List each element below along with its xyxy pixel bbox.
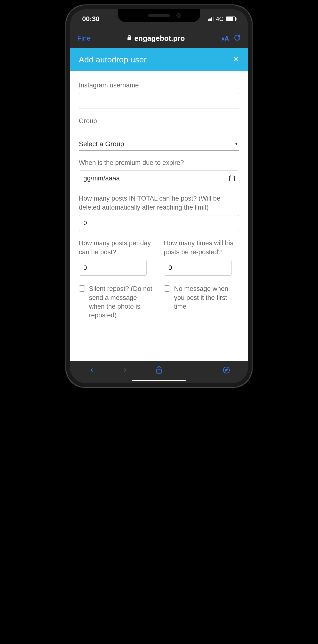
nav-forward-button[interactable] <box>121 366 130 376</box>
modal-header: Add autodrop user <box>70 48 248 71</box>
svg-marker-3 <box>225 369 228 371</box>
calendar-icon <box>229 176 235 181</box>
username-input[interactable] <box>79 93 239 109</box>
expire-label: When is the premium due to expire? <box>79 158 239 167</box>
page-content: Add autodrop user Instagram username Gro… <box>70 48 248 361</box>
status-time: 00:30 <box>82 15 100 23</box>
front-camera <box>176 13 181 18</box>
group-select-value: Select a Group <box>79 140 124 148</box>
address-bar[interactable]: engagebot.pro <box>127 34 185 42</box>
silent-repost-checkbox[interactable] <box>79 285 85 292</box>
compass-button[interactable] <box>222 366 231 376</box>
username-label: Instagram username <box>79 81 239 90</box>
browser-toolbar: Fine engagebot.pro AA <box>70 29 248 48</box>
share-button[interactable] <box>154 366 164 376</box>
perday-label: How many posts per day can he post? <box>79 239 154 256</box>
notch <box>118 9 200 22</box>
nomsg-checkbox[interactable] <box>164 285 170 292</box>
close-button[interactable] <box>233 56 239 64</box>
group-select[interactable]: Select a Group ▼ <box>79 138 239 150</box>
status-right: 4G <box>208 16 236 22</box>
modal-title: Add autodrop user <box>79 55 147 64</box>
silent-repost-label: Silent repost? (Do not send a message wh… <box>89 284 154 320</box>
svg-rect-0 <box>128 38 131 40</box>
speaker-grille <box>148 14 170 17</box>
text-size-button[interactable]: AA <box>221 35 229 42</box>
nav-back-button[interactable] <box>87 366 96 376</box>
form-body: Instagram username Group Select a Group … <box>70 71 248 330</box>
browser-done-button[interactable]: Fine <box>77 34 90 42</box>
signal-icon <box>208 17 214 21</box>
home-indicator[interactable] <box>132 380 186 381</box>
reload-button[interactable] <box>234 34 241 43</box>
perday-input[interactable] <box>79 260 147 276</box>
lock-icon <box>127 34 132 42</box>
expire-placeholder: gg/mm/aaaa <box>83 174 120 182</box>
group-label: Group <box>79 116 239 125</box>
battery-icon <box>226 16 236 21</box>
network-label: 4G <box>216 16 224 22</box>
expire-date-input[interactable]: gg/mm/aaaa <box>79 170 239 186</box>
chevron-down-icon: ▼ <box>234 142 238 146</box>
total-posts-input[interactable] <box>79 215 239 231</box>
phone-frame: 00:30 4G Fine engagebot.pro AA <box>66 5 252 388</box>
repost-input[interactable] <box>164 260 232 276</box>
phone-screen: 00:30 4G Fine engagebot.pro AA <box>70 9 248 383</box>
domain-label: engagebot.pro <box>134 34 185 42</box>
nomsg-label: No message when you post it the first ti… <box>174 284 239 311</box>
total-posts-label: How many posts IN TOTAL can he post? (Wi… <box>79 194 239 212</box>
repost-label: How many times will his posts be re-post… <box>164 239 239 256</box>
